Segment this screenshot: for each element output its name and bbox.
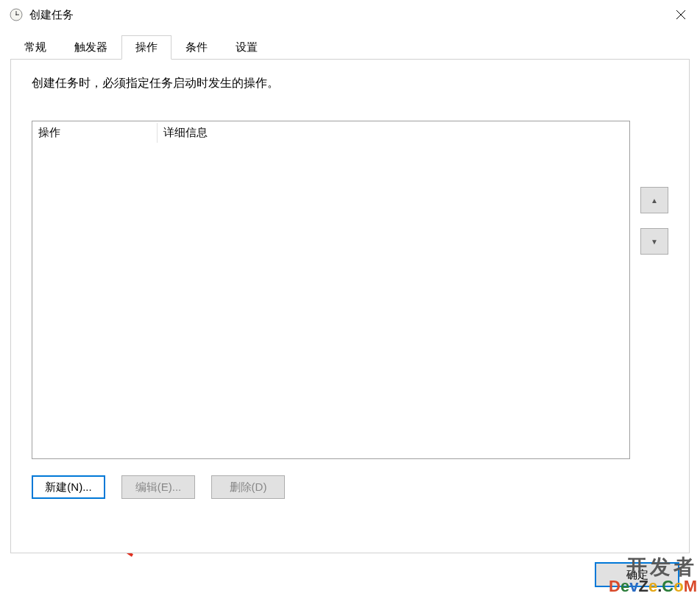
content-area: 常规 触发器 操作 条件 设置 创建任务时，必须指定任务启动时发生的操作。 操作… [0, 29, 700, 553]
tab-strip: 常规 触发器 操作 条件 设置 [10, 35, 690, 59]
move-down-button[interactable]: ▼ [640, 228, 668, 255]
ok-button[interactable]: 确定 [595, 562, 679, 587]
move-up-button[interactable]: ▲ [640, 187, 668, 213]
tab-actions[interactable]: 操作 [121, 35, 172, 60]
table-container: 操作 详细信息 ▲ ▼ [32, 121, 668, 459]
title-bar: 创建任务 [0, 0, 700, 29]
panel-description: 创建任务时，必须指定任务启动时发生的操作。 [32, 76, 668, 91]
table-header-row: 操作 详细信息 [32, 121, 629, 143]
actions-panel: 创建任务时，必须指定任务启动时发生的操作。 操作 详细信息 ▲ ▼ 新建(N).… [10, 59, 690, 553]
column-action[interactable]: 操作 [32, 123, 158, 143]
svg-point-3 [15, 14, 17, 15]
tab-settings[interactable]: 设置 [222, 35, 272, 59]
new-button[interactable]: 新建(N)... [32, 475, 105, 499]
delete-button[interactable]: 删除(D) [211, 475, 285, 499]
reorder-buttons: ▲ ▼ [640, 187, 668, 255]
action-buttons-row: 新建(N)... 编辑(E)... 删除(D) [32, 475, 668, 499]
close-button[interactable] [663, 1, 699, 28]
create-task-window: 创建任务 常规 触发器 操作 条件 设置 创建任务时，必须指定任务启动时发生的操… [0, 0, 700, 596]
tab-conditions[interactable]: 条件 [172, 35, 222, 59]
tab-triggers[interactable]: 触发器 [60, 35, 121, 59]
edit-button[interactable]: 编辑(E)... [121, 475, 195, 499]
actions-table[interactable]: 操作 详细信息 [32, 121, 630, 459]
column-detail[interactable]: 详细信息 [158, 123, 629, 143]
bottom-bar: 确定 [0, 553, 700, 596]
window-title: 创建任务 [29, 8, 663, 22]
clock-icon [9, 7, 24, 22]
tab-general[interactable]: 常规 [10, 35, 60, 59]
